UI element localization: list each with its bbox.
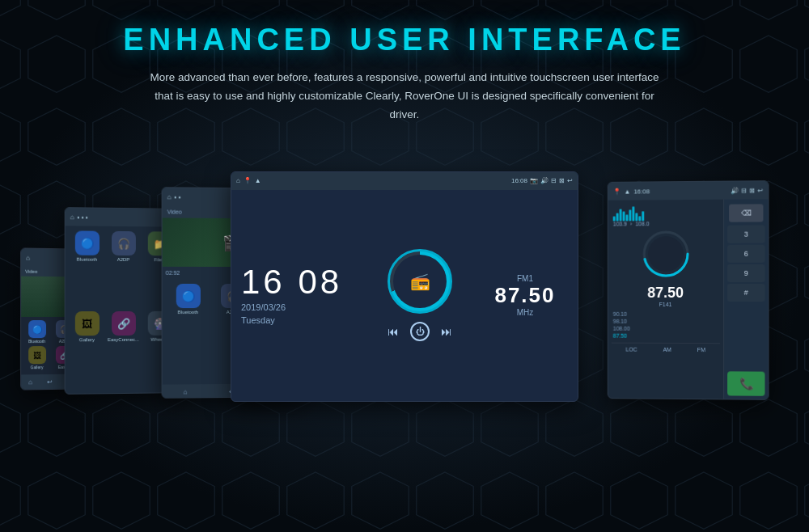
svg-point-2 (648, 236, 684, 272)
mid-app-1-label: Bluetooth (178, 310, 199, 315)
loc-label: LOC (625, 346, 637, 352)
bar-9 (638, 216, 641, 221)
bluetooth-icon: 🔵 (74, 230, 99, 255)
num-row-4: # (727, 284, 765, 302)
screens-showcase: ⌂ ▪ ▪ ▪ Video 🔵 Bluetooth 🎧 (0, 147, 809, 406)
fm-mhz: MHz (517, 308, 534, 317)
right-radio-dial (642, 230, 690, 278)
date-display: 2019/03/26 (241, 302, 358, 312)
fm-frequency: 87.50 (494, 283, 555, 308)
fl-app-bluetooth[interactable]: 🔵 Bluetooth (24, 320, 49, 344)
right-loc-icon: 📍 (613, 188, 621, 195)
mid-app-1[interactable]: 🔵 Bluetooth (167, 284, 209, 380)
app-bluetooth[interactable]: 🔵 Bluetooth (70, 230, 104, 308)
right-time: 16:08 (633, 188, 650, 195)
right-back: ↩ (757, 187, 763, 194)
radio-circle-inner: 📻 (393, 255, 447, 308)
radio-controls: ⏮ ⏻ ⏭ (388, 322, 452, 341)
key-6[interactable]: 6 (727, 244, 765, 262)
fm-mode-label: FM (697, 347, 705, 353)
fl-bluetooth-label: Bluetooth (28, 339, 45, 344)
freq-item-3: 108.00 (613, 325, 718, 332)
left-status-icons: ▪ ▪ ▪ (78, 213, 88, 221)
screen-center: ⌂ 📍 ▲ 16:08 📷 🔊 ⊟ ⊠ ↩ 16 08 20 (231, 171, 578, 402)
right-win1: ⊟ (741, 187, 747, 194)
page-content: ENHANCED USER INTERFACE More advanced th… (0, 0, 809, 532)
bar-6 (629, 209, 631, 221)
key-9[interactable]: 9 (727, 264, 765, 282)
center-signal-icon: ▲ (255, 177, 261, 184)
num-row-1: 3 (727, 225, 765, 243)
am-label: AM (663, 347, 671, 353)
freq-arrow: › (630, 221, 632, 226)
freq-item-active: 87.50 (613, 331, 718, 339)
right-radio-col: 103.9 › 108.0 87.50 F141 (608, 199, 723, 399)
video-label: Video (25, 268, 37, 273)
screen-right: 📍 ▲ 16:08 🔊 ⊟ ⊠ ↩ (608, 180, 769, 400)
fl-gallery-label: Gallery (31, 365, 44, 369)
radio-dial-panel: 📻 ⏮ ⏻ ⏭ (367, 190, 472, 401)
page-title: ENHANCED USER INTERFACE (123, 23, 685, 57)
freq-max: 108.0 (635, 221, 649, 226)
app-a2dp[interactable]: 🎧 A2DP (107, 231, 140, 308)
bar-10 (642, 211, 644, 221)
window-icon1: ⊟ (551, 177, 557, 184)
right-signal: ▲ (625, 188, 631, 195)
center-status-icon1: 📍 (244, 177, 252, 184)
video-time: 02:92 (166, 270, 180, 276)
apps-row: 📍 Navigation 📻 Radio 🎵 Music 🎬 Video ⚙ (231, 401, 578, 402)
time-display: 16 08 (241, 265, 358, 299)
prev-track-btn[interactable]: ⏮ (388, 325, 399, 338)
time-date-panel: 16 08 2019/03/26 Tuesday (231, 190, 367, 401)
right-vol-icon: 🔊 (731, 187, 739, 194)
fl-gallery-icon: 🖼 (28, 346, 46, 364)
right-freq-sub: F141 (612, 302, 720, 307)
app-gallery[interactable]: 🖼 Gallery (70, 311, 104, 389)
a2dp-icon: 🎧 (112, 231, 136, 255)
freq-range-label: 103.9 › 108.0 (612, 221, 720, 227)
camera-icon: 📷 (530, 177, 538, 184)
day-display: Tuesday (241, 315, 358, 325)
back-icon: ↩ (567, 177, 573, 184)
video-section-label: Video (167, 209, 182, 214)
midleft-status: ▪ ▪ (175, 193, 181, 201)
window-icon2: ⊠ (559, 177, 565, 184)
bar-8 (635, 213, 637, 221)
radio-dial-svg (642, 230, 690, 278)
home-icon: ⌂ (26, 254, 30, 261)
num-row-2: 6 (727, 244, 765, 262)
midleft-home-icon: ⌂ (167, 193, 172, 201)
freq-item-2: 98.10 (613, 318, 718, 325)
call-button[interactable]: 📞 (727, 371, 765, 395)
bluetooth-label: Bluetooth (77, 256, 98, 261)
fl-bluetooth-icon: 🔵 (28, 320, 46, 338)
radio-progress-circle: 📻 (388, 249, 452, 314)
key-3[interactable]: 3 (727, 225, 765, 243)
footer-home-icon: ⌂ (28, 378, 32, 386)
center-home-icon: ⌂ (236, 177, 240, 184)
gallery-label: Gallery (79, 337, 95, 342)
bar-4 (623, 211, 625, 221)
header-section: ENHANCED USER INTERFACE More advanced th… (123, 0, 685, 133)
numpad-backspace-row: ⌫ (727, 202, 765, 223)
key-hash[interactable]: # (727, 284, 765, 302)
app-easyconnect[interactable]: 🔗 EasyConnec... (107, 311, 140, 388)
a2dp-label: A2DP (117, 257, 130, 262)
left-home-icon: ⌂ (70, 213, 74, 221)
radio-inner-icon: 📻 (410, 272, 430, 291)
center-topbar: ⌂ 📍 ▲ 16:08 📷 🔊 ⊟ ⊠ ↩ (231, 172, 578, 190)
backspace-key[interactable]: ⌫ (729, 204, 763, 222)
fl-app-gallery[interactable]: 🖼 Gallery (24, 346, 49, 369)
freq-list: 90.10 98.10 108.00 87.50 (612, 310, 720, 340)
volume-icon: 🔊 (540, 177, 549, 184)
right-screen-body: 103.9 › 108.0 87.50 F141 (608, 199, 769, 399)
freq-item-1: 90.10 (613, 310, 718, 318)
next-track-btn[interactable]: ⏭ (441, 325, 452, 338)
fm-label: FM1 (517, 274, 533, 283)
bar-5 (625, 214, 628, 221)
power-btn[interactable]: ⏻ (410, 322, 430, 341)
easyconnect-icon: 🔗 (112, 311, 136, 336)
subtitle-text: More advanced than ever before, features… (146, 69, 663, 125)
radio-signal-bars (612, 205, 720, 222)
fm-panel: FM1 87.50 MHz (472, 190, 578, 401)
